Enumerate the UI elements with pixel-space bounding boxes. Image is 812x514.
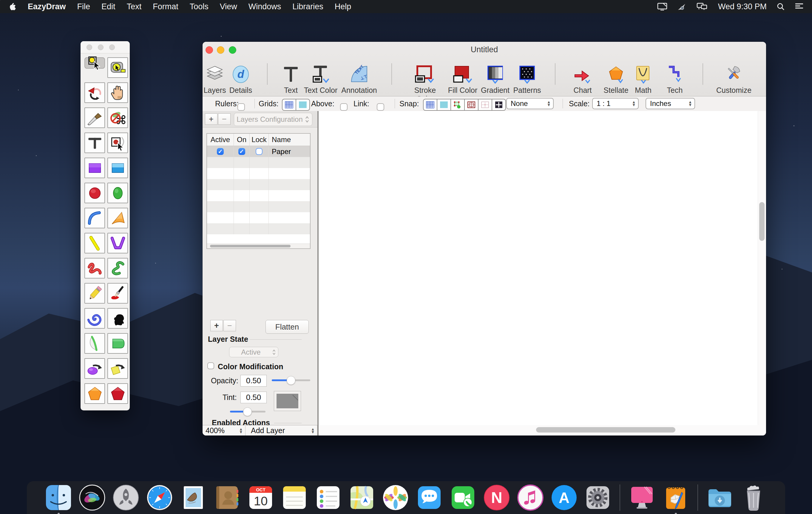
tool-pentagon-orange[interactable] [84,383,105,404]
tool-no-command[interactable] [107,107,128,128]
rulers-checkbox[interactable] [237,103,245,111]
link-checkbox[interactable] [377,103,384,111]
layers-configuration-select[interactable]: Layers Configuration [234,113,312,126]
menu-text[interactable]: Text [121,2,147,11]
dock-icon-contacts[interactable] [213,484,241,511]
tool-rect-blue[interactable] [107,158,128,178]
layer-row-empty[interactable] [207,223,310,234]
dock-icon-itunes[interactable] [517,484,544,511]
tint-field[interactable]: 0.50 [240,391,267,403]
dock-icon-system-preferences[interactable] [584,484,612,511]
menu-clock[interactable]: Wed 9:30 PM [718,2,767,11]
dock-icon-mail[interactable] [180,484,207,511]
tool-pan-hand[interactable] [107,82,128,103]
tool-arc[interactable] [84,208,105,228]
tool-spiral[interactable] [84,308,105,329]
tool-silhouette[interactable] [107,308,128,329]
opacity-field[interactable]: 0.50 [240,375,267,386]
menu-file[interactable]: File [71,2,96,11]
tool-pencil[interactable] [84,283,105,303]
tool-wedge[interactable] [107,208,128,228]
layer-on-checkbox[interactable]: ✓ [238,148,245,155]
layer-state-select[interactable]: Active [229,347,278,357]
layer-add-button[interactable]: + [210,320,223,331]
dock-icon-siri[interactable] [79,484,106,511]
tool-blade-curve[interactable] [84,333,105,354]
config-remove-button[interactable]: − [218,113,231,125]
tool-select[interactable] [84,57,105,69]
layer-row-empty[interactable] [207,179,310,190]
tool-ellipse-green[interactable] [107,183,128,203]
snap-grid-toggle[interactable] [424,100,437,110]
snap-center-toggle[interactable] [492,100,505,110]
dock-icon-launchpad[interactable] [112,484,140,511]
tool-undo-redraw[interactable] [84,82,105,103]
spotlight-search-icon[interactable] [777,3,785,10]
opacity-slider[interactable] [272,379,310,381]
zoom-select[interactable]: 400% ▲▼ [203,425,245,435]
layer-row-empty[interactable] [207,212,310,223]
layer-active-checkbox[interactable]: ✓ [217,148,224,155]
snap-guides-toggle[interactable] [478,100,492,110]
color-modification-checkbox[interactable] [207,362,214,369]
dock-icon-photos[interactable] [382,484,409,511]
table-horizontal-scrollbar[interactable] [207,244,310,248]
palette-minimize-button[interactable] [98,45,104,50]
tint-slider-thumb[interactable] [243,407,252,416]
dock-icon-facetime[interactable] [449,484,477,511]
flatten-button[interactable]: Flatten [265,320,309,334]
tool-circle-red[interactable] [84,183,105,203]
dock-icon-notes[interactable] [281,484,308,511]
menu-format[interactable]: Format [147,2,184,11]
dock-icon-app-store[interactable]: A [550,484,578,511]
dock-icon-safari[interactable] [146,484,173,511]
menu-help[interactable]: Help [329,2,357,11]
notification-center-icon[interactable] [795,3,804,10]
menu-libraries[interactable]: Libraries [287,2,329,11]
tool-round-rect-green[interactable] [107,333,128,354]
layer-row-empty[interactable] [207,190,310,201]
toolbar-details-button[interactable]: d Details [221,60,260,94]
dock-icon-news[interactable]: N [483,484,511,511]
grid-minor-toggle[interactable] [296,100,309,110]
toolbar-patterns-button[interactable]: Patterns [508,60,547,94]
palette-close-button[interactable] [87,45,92,50]
vertical-scrollbar-track[interactable] [758,111,766,425]
config-add-button[interactable]: + [205,113,218,125]
window-header[interactable]: Untitled Layers d Details Text [203,42,766,97]
menu-app-name[interactable]: EazyDraw [22,2,71,11]
tool-measure[interactable] [107,57,128,78]
cursor-utility-icon[interactable] [677,3,687,10]
palette-zoom-button[interactable] [109,45,115,50]
display-mirroring-icon[interactable] [657,3,667,10]
dock-icon-cleanmymac[interactable] [628,484,656,511]
drawing-canvas[interactable] [319,111,758,425]
tool-pentagon-red[interactable] [107,383,128,404]
layer-row-empty[interactable] [207,201,310,212]
apple-menu-icon[interactable] [0,2,22,11]
tool-vertex-edit[interactable] [107,133,128,153]
tool-knife[interactable] [84,107,105,128]
tint-slider[interactable] [230,411,265,412]
layer-remove-button[interactable]: − [224,320,236,331]
tint-color-well[interactable] [274,391,301,411]
toolbar-customize-button[interactable]: Customize [715,60,753,94]
menu-tools[interactable]: Tools [184,2,214,11]
grid-major-toggle[interactable] [283,100,296,110]
layer-row-empty[interactable] [207,157,310,168]
dock-icon-eazydraw[interactable] [662,484,689,511]
dock-icon-downloads[interactable] [706,484,733,511]
tool-paint-brush[interactable] [107,283,128,303]
menu-view[interactable]: View [214,2,243,11]
dock-icon-calendar[interactable]: OCT10 [247,484,274,511]
tool-bezier-green[interactable] [107,258,128,278]
vertical-scrollbar-thumb[interactable] [759,202,764,241]
snap-minor-grid-toggle[interactable] [437,100,451,110]
layer-row-empty[interactable] [207,168,310,179]
tool-polyline[interactable] [107,233,128,253]
palette-titlebar[interactable] [81,41,130,53]
tool-freehand-red[interactable] [84,258,105,278]
dock-icon-maps[interactable] [348,484,376,511]
snap-mode-select[interactable]: None ▲▼ [506,98,554,109]
toolbar-text-color-button[interactable]: Text Color [301,60,340,94]
